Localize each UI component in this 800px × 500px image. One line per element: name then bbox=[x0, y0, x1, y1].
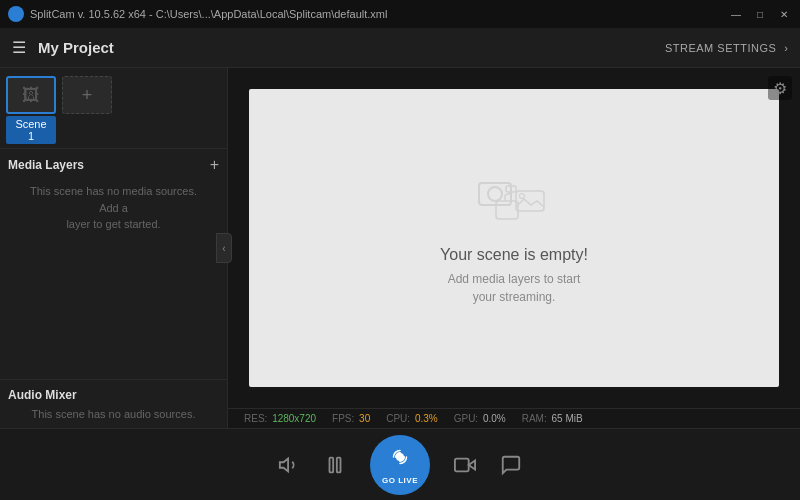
preview-sub-line1: Add media layers to start bbox=[448, 272, 581, 286]
add-scene-icon: + bbox=[82, 85, 93, 106]
empty-scene-icon bbox=[474, 171, 554, 234]
go-live-button[interactable]: GO LIVE bbox=[370, 435, 430, 495]
app-icon bbox=[8, 6, 24, 22]
ram-value: 65 MiB bbox=[552, 413, 583, 424]
left-panel: 🖼 Scene 1 + Media Layers + This scene ha… bbox=[0, 68, 228, 428]
project-title: My Project bbox=[38, 39, 665, 56]
media-layers-empty: This scene has no media sources. Add a l… bbox=[8, 179, 219, 237]
go-live-label: GO LIVE bbox=[382, 476, 418, 485]
preview-container: ⚙ bbox=[228, 68, 800, 408]
scene1-thumbnail[interactable]: 🖼 bbox=[6, 76, 56, 114]
pause-button[interactable] bbox=[324, 454, 346, 476]
app: ☰ My Project STREAM SETTINGS › 🖼 Scene 1… bbox=[0, 28, 800, 500]
preview-empty-sub: Add media layers to start your streaming… bbox=[448, 270, 581, 306]
media-layers-section: Media Layers + This scene has no media s… bbox=[0, 148, 227, 379]
cpu-label: CPU: bbox=[386, 413, 410, 424]
res-value: 1280x720 bbox=[272, 413, 316, 424]
preview-sub-line2: your streaming. bbox=[473, 290, 556, 304]
ram-label: RAM: bbox=[522, 413, 547, 424]
audio-mixer-empty: This scene has no audio sources. bbox=[8, 408, 219, 420]
svg-rect-3 bbox=[496, 201, 518, 219]
scene-thumb-icon: 🖼 bbox=[22, 85, 40, 106]
fps-label: FPS: bbox=[332, 413, 354, 424]
window-controls: — □ ✕ bbox=[728, 6, 792, 22]
media-layers-empty-line2: layer to get started. bbox=[66, 218, 160, 230]
status-ram: RAM: 65 MiB bbox=[522, 413, 583, 424]
svg-point-1 bbox=[488, 187, 502, 201]
svg-point-7 bbox=[520, 193, 525, 198]
add-scene-button[interactable]: + bbox=[62, 76, 112, 114]
add-media-layer-button[interactable]: + bbox=[210, 157, 219, 173]
status-fps: FPS: 30 bbox=[332, 413, 370, 424]
res-label: RES: bbox=[244, 413, 267, 424]
content-area: 🖼 Scene 1 + Media Layers + This scene ha… bbox=[0, 68, 800, 428]
status-gpu: GPU: 0.0% bbox=[454, 413, 506, 424]
svg-marker-8 bbox=[280, 458, 288, 471]
scenes-row: 🖼 Scene 1 + bbox=[0, 68, 227, 148]
status-bar: RES: 1280x720 FPS: 30 CPU: 0.3% GPU: 0.0… bbox=[228, 408, 800, 428]
audio-mixer-section: Audio Mixer This scene has no audio sour… bbox=[0, 379, 227, 428]
bottom-toolbar: GO LIVE bbox=[0, 428, 800, 500]
gpu-label: GPU: bbox=[454, 413, 478, 424]
media-layers-header: Media Layers + bbox=[8, 157, 219, 173]
media-layers-empty-line1: This scene has no media sources. Add a bbox=[30, 185, 197, 214]
topbar: ☰ My Project STREAM SETTINGS › bbox=[0, 28, 800, 68]
preview-canvas: Your scene is empty! Add media layers to… bbox=[249, 89, 779, 387]
stream-settings-button[interactable]: STREAM SETTINGS bbox=[665, 42, 776, 54]
maximize-button[interactable]: □ bbox=[752, 6, 768, 22]
scene1-wrapper: 🖼 Scene 1 bbox=[6, 76, 56, 144]
status-cpu: CPU: 0.3% bbox=[386, 413, 437, 424]
media-layers-title: Media Layers bbox=[8, 158, 84, 172]
close-button[interactable]: ✕ bbox=[776, 6, 792, 22]
title-text: SplitCam v. 10.5.62 x64 - C:\Users\...\A… bbox=[30, 8, 728, 20]
cpu-value: 0.3% bbox=[415, 413, 438, 424]
svg-rect-9 bbox=[330, 457, 334, 472]
collapse-panel-button[interactable]: ‹ bbox=[216, 233, 232, 263]
preview-settings-icon[interactable]: ⚙ bbox=[768, 76, 792, 100]
svg-rect-12 bbox=[455, 458, 469, 471]
gpu-value: 0.0% bbox=[483, 413, 506, 424]
preview-empty-title: Your scene is empty! bbox=[440, 246, 588, 264]
chat-button[interactable] bbox=[500, 454, 522, 476]
scene1-label[interactable]: Scene 1 bbox=[6, 116, 56, 144]
live-icon bbox=[388, 445, 412, 474]
menu-icon[interactable]: ☰ bbox=[12, 38, 26, 57]
audio-mixer-title: Audio Mixer bbox=[8, 388, 219, 402]
minimize-button[interactable]: — bbox=[728, 6, 744, 22]
titlebar: SplitCam v. 10.5.62 x64 - C:\Users\...\A… bbox=[0, 0, 800, 28]
volume-button[interactable] bbox=[278, 454, 300, 476]
camera-button[interactable] bbox=[454, 454, 476, 476]
settings-arrow-icon: › bbox=[784, 42, 788, 54]
fps-value: 30 bbox=[359, 413, 370, 424]
main-preview: ⚙ bbox=[228, 68, 800, 428]
status-res: RES: 1280x720 bbox=[244, 413, 316, 424]
svg-rect-10 bbox=[337, 457, 341, 472]
